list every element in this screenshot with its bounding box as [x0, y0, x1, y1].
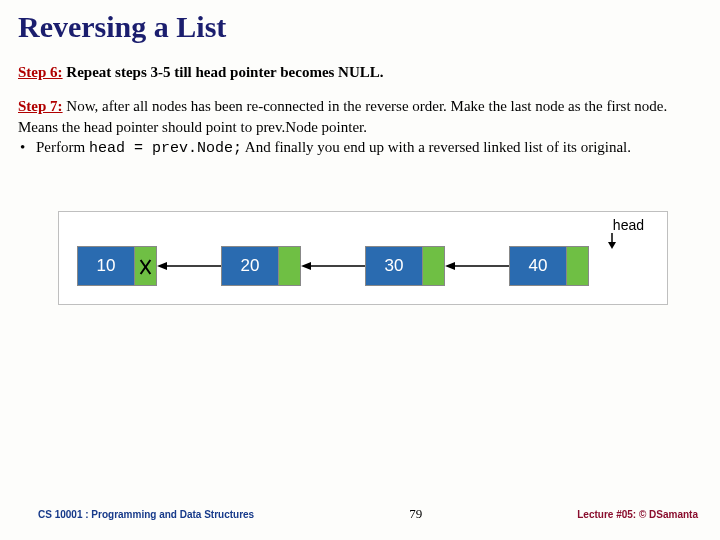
footer-course: CS 10001 : Programming and Data Structur… [38, 509, 254, 520]
step7-bullet-tail: And finally you end up with a reversed l… [242, 139, 631, 155]
node-1: 10 [77, 246, 157, 286]
node-1-ptr-null-icon [135, 246, 157, 286]
arrow-2 [301, 246, 365, 286]
node-4: 40 [509, 246, 589, 286]
step6-line: Step 6: Repeat steps 3-5 till head point… [18, 62, 702, 82]
svg-marker-3 [157, 262, 167, 270]
svg-marker-7 [445, 262, 455, 270]
head-label: head [613, 217, 644, 233]
bullet-dot: • [18, 137, 36, 159]
step6-label: Step 6: [18, 64, 63, 80]
node-4-ptr [567, 246, 589, 286]
svg-marker-5 [301, 262, 311, 270]
step7-line1: Step 7: Now, after all nodes has been re… [18, 96, 702, 137]
step7-bullet-lead: Perform [36, 139, 89, 155]
node-3-ptr [423, 246, 445, 286]
node-2-ptr [279, 246, 301, 286]
node-3-value: 30 [365, 246, 423, 286]
svg-marker-1 [608, 242, 616, 249]
node-2: 20 [221, 246, 301, 286]
footer-page-number: 79 [409, 506, 422, 522]
node-1-value: 10 [77, 246, 135, 286]
diagram-box: 10 20 30 40 [58, 211, 668, 305]
node-4-value: 40 [509, 246, 567, 286]
step6-text: Repeat steps 3-5 till head pointer becom… [63, 64, 384, 80]
node-3: 30 [365, 246, 445, 286]
arrow-1 [157, 246, 221, 286]
head-arrow-icon [606, 233, 618, 253]
linked-list-diagram: head 10 20 30 40 [58, 211, 668, 305]
step7-text1: Now, after all nodes has been re-connect… [18, 98, 667, 134]
arrow-3 [445, 246, 509, 286]
page-title: Reversing a List [18, 10, 702, 44]
slide-footer: CS 10001 : Programming and Data Structur… [0, 506, 720, 522]
footer-lecture: Lecture #05: © DSamanta [577, 509, 698, 520]
step7-code: head = prev.Node; [89, 140, 242, 157]
step7-label: Step 7: [18, 98, 63, 114]
step7-bullet-body: Perform head = prev.Node; And finally yo… [36, 137, 631, 159]
node-2-value: 20 [221, 246, 279, 286]
step7-bullet: • Perform head = prev.Node; And finally … [18, 137, 702, 159]
